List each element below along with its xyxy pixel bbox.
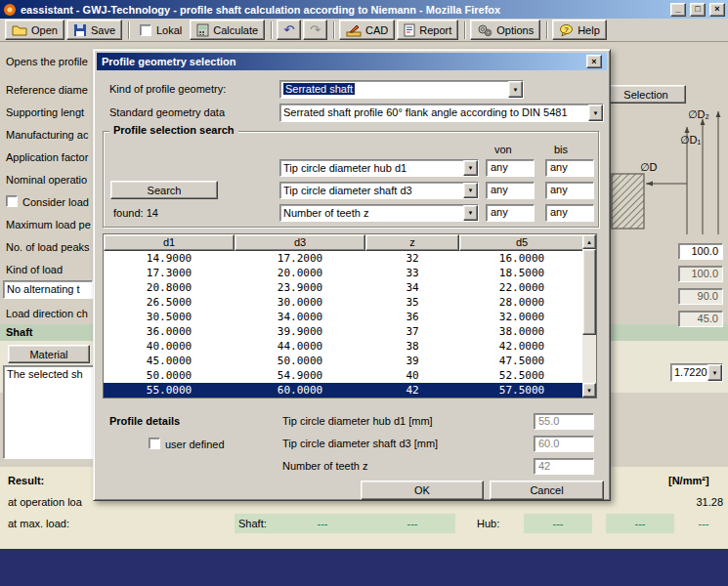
window-titlebar: eassistant - GWJ-Technology - profile sh… bbox=[0, 0, 728, 19]
chevron-down-icon[interactable]: ▼ bbox=[508, 81, 523, 98]
lokal-checkbox-box[interactable] bbox=[140, 24, 151, 36]
table-row[interactable]: 14.900017.20003216.0000 bbox=[104, 251, 584, 266]
table-header-d3[interactable]: d3 bbox=[235, 234, 365, 251]
found-count: found: 14 bbox=[113, 207, 158, 219]
table-cell: 44.0000 bbox=[235, 339, 365, 354]
help-button[interactable]: ? Help bbox=[552, 20, 607, 40]
profile-table-header: d1 d3 z d5 bbox=[104, 234, 584, 251]
chevron-down-icon[interactable]: ▼ bbox=[707, 364, 722, 381]
lokal-label: Lokal bbox=[156, 24, 182, 36]
table-cell: 22.0000 bbox=[459, 280, 584, 295]
bis-input-3[interactable]: any bbox=[545, 204, 594, 222]
ok-button[interactable]: OK bbox=[361, 481, 484, 500]
bis-column-header: bis bbox=[554, 144, 568, 155]
detail-z-field[interactable]: 42 bbox=[534, 458, 594, 475]
cad-button[interactable]: CAD bbox=[339, 20, 395, 40]
close-button[interactable]: × bbox=[709, 3, 725, 17]
kind-of-profile-combo[interactable]: Serrated shaft ▼ bbox=[279, 80, 524, 99]
report-button[interactable]: Report bbox=[397, 20, 458, 40]
value-field-2[interactable]: 100.0 bbox=[678, 266, 723, 282]
calculate-button[interactable]: Calculate bbox=[190, 20, 265, 40]
chevron-down-icon[interactable]: ▼ bbox=[463, 205, 478, 221]
table-cell: 34.0000 bbox=[235, 310, 365, 324]
detail-d3-field[interactable]: 60.0 bbox=[534, 436, 594, 452]
kind-of-profile-label: Kind of profile geometry: bbox=[109, 83, 226, 95]
svg-text:?: ? bbox=[564, 24, 569, 33]
table-cell: 42 bbox=[365, 383, 459, 398]
value-field-3[interactable]: 90.0 bbox=[678, 288, 723, 305]
shaft-result-label: Shaft: bbox=[238, 518, 267, 529]
von-input-1[interactable]: any bbox=[486, 159, 535, 177]
detail-d1-field[interactable]: 55.0 bbox=[534, 413, 594, 430]
table-cell: 20.0000 bbox=[235, 266, 365, 280]
alternating-torque-combo[interactable]: No alternating t bbox=[3, 280, 93, 299]
bottom-bar bbox=[0, 549, 728, 586]
scroll-thumb[interactable] bbox=[582, 249, 596, 335]
table-cell: 50.0000 bbox=[104, 368, 235, 383]
table-cell: 47.5000 bbox=[459, 354, 584, 368]
standard-geometry-label: Standard geometry data bbox=[109, 106, 225, 118]
table-row[interactable]: 50.000054.90004052.5000 bbox=[104, 368, 584, 383]
redo-button[interactable]: ↷ bbox=[303, 20, 327, 40]
cad-icon bbox=[346, 23, 362, 37]
table-cell: 33 bbox=[365, 266, 459, 280]
note-textarea[interactable]: The selected sh bbox=[3, 365, 94, 459]
user-defined-checkbox[interactable] bbox=[149, 438, 160, 449]
table-cell: 30.0000 bbox=[235, 295, 365, 310]
profile-table-body: 14.900017.20003216.000017.300020.0000331… bbox=[104, 251, 584, 398]
table-scrollbar[interactable]: ▲ ▼ bbox=[582, 234, 596, 398]
table-row[interactable]: 45.000050.00003947.5000 bbox=[104, 354, 584, 368]
standard-geometry-combo[interactable]: Serrated shaft profile 60° flank angle a… bbox=[279, 104, 604, 122]
hub-result-label: Hub: bbox=[477, 518, 499, 529]
undo-button[interactable]: ↶ bbox=[277, 20, 301, 40]
filter-combo-2[interactable]: Tip circle diameter shaft d3 ▼ bbox=[279, 182, 479, 199]
material-number-combo[interactable]: 1.7220 ▼ bbox=[670, 363, 723, 382]
table-cell: 18.5000 bbox=[459, 266, 584, 280]
table-row[interactable]: 36.000039.90003738.0000 bbox=[104, 324, 584, 339]
filter-combo-1[interactable]: Tip circle diameter hub d1 ▼ bbox=[279, 159, 479, 177]
value-field-4[interactable]: 45.0 bbox=[678, 311, 723, 327]
search-button[interactable]: Search bbox=[110, 181, 218, 199]
table-row[interactable]: 17.300020.00003318.5000 bbox=[104, 266, 584, 280]
maximize-button[interactable]: □ bbox=[690, 3, 706, 17]
von-input-2[interactable]: any bbox=[486, 182, 535, 199]
bis-input-2[interactable]: any bbox=[545, 182, 594, 199]
consider-load-checkbox[interactable] bbox=[6, 195, 18, 207]
table-header-d1[interactable]: d1 bbox=[104, 234, 235, 251]
options-button[interactable]: Options bbox=[470, 20, 540, 40]
dialog-title: Profile geometry selection bbox=[102, 56, 586, 67]
selection-button[interactable]: Selection bbox=[606, 85, 686, 104]
table-row[interactable]: 40.000044.00003842.0000 bbox=[104, 339, 584, 354]
value-field-1[interactable]: 100.0 bbox=[678, 243, 723, 260]
table-row[interactable]: 26.500030.00003528.0000 bbox=[104, 295, 584, 310]
scroll-down-button[interactable]: ▼ bbox=[582, 383, 596, 398]
profile-table: d1 d3 z d5 14.900017.20003216.000017.300… bbox=[103, 233, 597, 398]
material-button[interactable]: Material bbox=[8, 345, 90, 363]
table-cell: 50.0000 bbox=[235, 354, 365, 368]
help-icon: ? bbox=[559, 23, 574, 37]
von-input-3[interactable]: any bbox=[486, 204, 535, 222]
scroll-up-button[interactable]: ▲ bbox=[582, 234, 596, 249]
save-button[interactable]: Save bbox=[66, 20, 122, 40]
table-row[interactable]: 55.000060.00004257.5000 bbox=[104, 383, 584, 398]
window-title: eassistant - GWJ-Technology - profile sh… bbox=[21, 4, 666, 16]
dialog-close-button[interactable]: × bbox=[586, 55, 602, 68]
material-number-value: 1.7220 bbox=[671, 364, 707, 381]
lokal-checkbox[interactable]: Lokal bbox=[134, 20, 188, 40]
table-cell: 32.0000 bbox=[459, 310, 584, 324]
open-button[interactable]: Open bbox=[5, 20, 64, 40]
chevron-down-icon[interactable]: ▼ bbox=[588, 105, 603, 121]
table-header-z[interactable]: z bbox=[365, 234, 459, 251]
table-cell: 38.0000 bbox=[459, 324, 584, 339]
minimize-button[interactable]: _ bbox=[670, 3, 686, 17]
table-header-d5[interactable]: d5 bbox=[459, 234, 584, 251]
cancel-button[interactable]: Cancel bbox=[490, 481, 604, 500]
chevron-down-icon[interactable]: ▼ bbox=[463, 183, 478, 198]
report-icon bbox=[404, 23, 415, 37]
status-text: Opens the profile bbox=[6, 56, 88, 67]
table-row[interactable]: 20.800023.90003422.0000 bbox=[104, 280, 584, 295]
chevron-down-icon[interactable]: ▼ bbox=[463, 160, 478, 176]
bis-input-1[interactable]: any bbox=[545, 159, 594, 177]
filter-combo-3[interactable]: Number of teeth z ▼ bbox=[279, 204, 479, 222]
table-row[interactable]: 30.500034.00003632.0000 bbox=[104, 310, 584, 324]
